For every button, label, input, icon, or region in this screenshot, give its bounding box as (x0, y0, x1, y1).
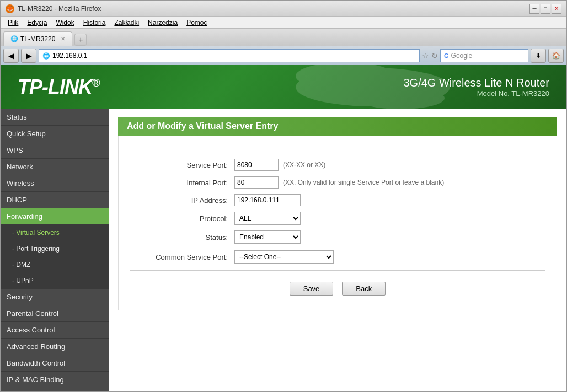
search-placeholder: Google (451, 52, 473, 60)
sidebar-label-access-control: Access Control (7, 326, 55, 334)
tab-close-icon[interactable]: ✕ (61, 36, 65, 42)
browser-window: 🦊 TL-MR3220 - Mozilla Firefox ─ □ ✕ Plik… (0, 0, 567, 392)
sidebar-label-status: Status (7, 113, 27, 121)
sidebar-label-security: Security (7, 293, 33, 301)
sidebar-item-quick-setup[interactable]: Quick Setup (1, 126, 109, 142)
service-port-row: Service Port: (XX-XX or XX) (130, 159, 545, 171)
menu-historia[interactable]: Historia (79, 18, 110, 28)
header-wave (290, 65, 456, 109)
sidebar-label-port-triggering: - Port Triggering (12, 245, 60, 253)
sidebar-item-wireless[interactable]: Wireless (1, 175, 109, 192)
sidebar-item-advanced-routing[interactable]: Advanced Routing (1, 339, 109, 355)
sidebar-label-advanced-routing: Advanced Routing (7, 342, 65, 351)
common-service-port-select[interactable]: --Select One-- (234, 250, 334, 264)
firefox-icon: 🦊 (6, 4, 14, 13)
menu-narzedzia[interactable]: Narzędzia (143, 18, 182, 28)
status-label: Status: (130, 233, 234, 241)
menu-bar: Plik Edycja Widok Historia Zakładki Narz… (1, 17, 566, 29)
sidebar-label-dmz: - DMZ (12, 261, 30, 269)
trademark-symbol: ® (92, 77, 100, 89)
sidebar-item-ip-mac-binding[interactable]: IP & MAC Binding (1, 372, 109, 388)
tp-link-header: TP-LINK® 3G/4G Wireless Lite N Router Mo… (1, 65, 566, 109)
sidebar-item-parental-control[interactable]: Parental Control (1, 305, 109, 322)
status-select[interactable]: Enabled Disabled (234, 230, 301, 244)
form-area: Service Port: (XX-XX or XX) Internal Por… (118, 136, 557, 310)
ip-address-input[interactable] (234, 194, 301, 206)
sidebar-item-dmz[interactable]: - DMZ (1, 257, 109, 273)
protocol-label: Protocol: (130, 214, 234, 223)
sidebar-item-dhcp[interactable]: DHCP (1, 192, 109, 208)
sidebar-item-status[interactable]: Status (1, 109, 109, 126)
menu-widok[interactable]: Widok (51, 18, 78, 28)
main-area: Status Quick Setup WPS Network Wireless … (1, 109, 566, 391)
title-bar-left: 🦊 TL-MR3220 - Mozilla Firefox (6, 4, 101, 13)
url-bar[interactable]: 🌐 192.168.0.1 (39, 49, 420, 62)
ip-address-label: IP Address: (130, 196, 234, 205)
sidebar-item-virtual-servers[interactable]: - Virtual Servers (1, 225, 109, 241)
google-icon: G (444, 52, 449, 59)
sidebar-label-wps: WPS (7, 146, 23, 154)
sidebar-item-bandwidth-control[interactable]: Bandwidth Control (1, 355, 109, 372)
top-divider (130, 152, 545, 152)
common-service-port-row: Common Service Port: --Select One-- (130, 250, 545, 264)
menu-plik[interactable]: Plik (3, 18, 23, 28)
button-row: Save Back (130, 282, 545, 296)
ip-address-row: IP Address: (130, 194, 545, 206)
title-bar-buttons: ─ □ ✕ (529, 4, 561, 14)
sidebar-item-wps[interactable]: WPS (1, 142, 109, 159)
protocol-select[interactable]: ALL TCP UDP TCP&UDP (234, 212, 301, 225)
sidebar-item-network[interactable]: Network (1, 159, 109, 175)
bookmark-icon[interactable]: ☆ (422, 51, 429, 60)
sidebar-item-forwarding[interactable]: Forwarding (1, 208, 109, 225)
menu-zakladki[interactable]: Zakładki (110, 18, 143, 28)
back-button[interactable]: ◀ (3, 49, 19, 63)
title-bar: 🦊 TL-MR3220 - Mozilla Firefox ─ □ ✕ (1, 1, 566, 17)
sidebar-label-quick-setup: Quick Setup (7, 130, 46, 138)
sidebar: Status Quick Setup WPS Network Wireless … (1, 109, 109, 391)
content-area: Add or Modify a Virtual Server Entry Ser… (109, 109, 566, 391)
home-button[interactable]: 🏠 (548, 49, 564, 63)
refresh-icon[interactable]: ↻ (431, 51, 438, 60)
sidebar-item-port-triggering[interactable]: - Port Triggering (1, 241, 109, 257)
menu-edycja[interactable]: Edycja (23, 18, 51, 28)
protocol-row: Protocol: ALL TCP UDP TCP&UDP (130, 212, 545, 225)
tp-link-logo: TP-LINK® (18, 76, 100, 99)
svg-point-2 (356, 87, 445, 109)
back-button[interactable]: Back (342, 282, 386, 296)
browser-tab[interactable]: 🌐 TL-MR3220 ✕ (3, 31, 72, 46)
internal-port-hint: (XX, Only valid for single Service Port … (283, 179, 444, 186)
service-port-label: Service Port: (130, 161, 234, 169)
internal-port-label: Internal Port: (130, 179, 234, 187)
forward-button[interactable]: ▶ (21, 49, 36, 63)
common-service-port-label: Common Service Port: (130, 253, 234, 261)
sidebar-label-wireless: Wireless (7, 179, 34, 187)
save-button[interactable]: Save (290, 282, 334, 296)
sidebar-label-parental-control: Parental Control (7, 309, 58, 318)
address-bar: ◀ ▶ 🌐 192.168.0.1 ☆ ↻ G Google ⬇ 🏠 (1, 46, 566, 65)
search-bar[interactable]: G Google (440, 49, 528, 62)
new-tab-button[interactable]: + (74, 34, 87, 46)
lock-icon: 🌐 (42, 52, 50, 60)
menu-pomoc[interactable]: Pomoc (182, 18, 211, 28)
sidebar-item-security[interactable]: Security (1, 289, 109, 305)
service-port-input[interactable] (234, 159, 279, 171)
sidebar-label-ip-mac-binding: IP & MAC Binding (7, 375, 64, 384)
internal-port-input[interactable] (234, 176, 279, 189)
sidebar-label-virtual-servers: - Virtual Servers (12, 229, 60, 237)
window-title: TL-MR3220 - Mozilla Firefox (18, 5, 101, 13)
bottom-divider (130, 270, 545, 271)
sidebar-item-upnp[interactable]: - UPnP (1, 273, 109, 289)
sidebar-item-dynamic-dns[interactable]: Dynamic DNS (1, 388, 109, 391)
internal-port-row: Internal Port: (XX, Only valid for singl… (130, 176, 545, 189)
close-button[interactable]: ✕ (552, 4, 561, 14)
download-button[interactable]: ⬇ (531, 49, 546, 63)
maximize-button[interactable]: □ (541, 4, 550, 14)
address-right: ☆ ↻ (422, 51, 438, 60)
sidebar-label-bandwidth-control: Bandwidth Control (7, 359, 65, 367)
sidebar-label-upnp: - UPnP (12, 277, 34, 284)
sidebar-label-network: Network (7, 163, 33, 171)
minimize-button[interactable]: ─ (529, 4, 539, 14)
tab-icon: 🌐 (10, 35, 18, 42)
sidebar-label-forwarding: Forwarding (7, 212, 42, 221)
sidebar-item-access-control[interactable]: Access Control (1, 322, 109, 339)
